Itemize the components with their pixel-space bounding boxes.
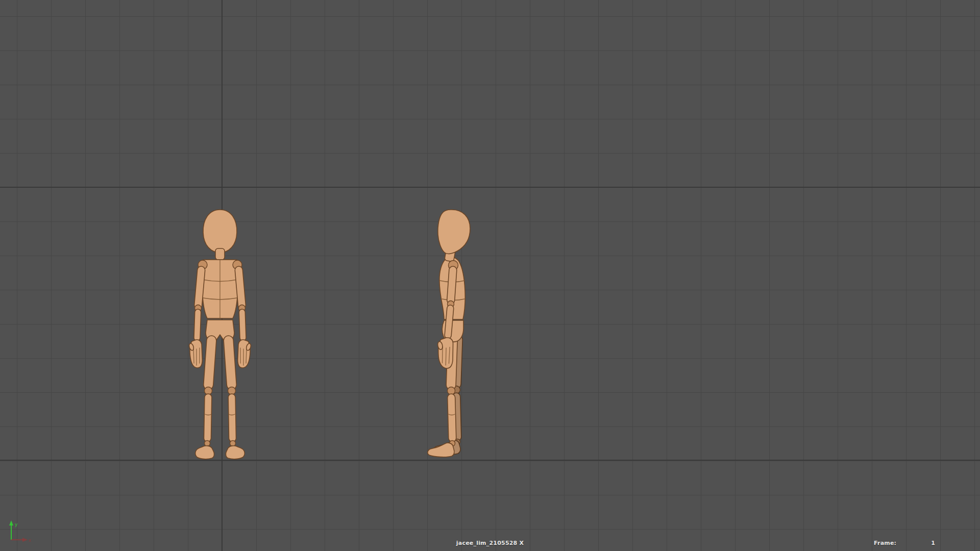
hud-frame: Frame: 1 (874, 540, 935, 546)
hud-frame-label: Frame: (874, 540, 896, 546)
mannequin-head (438, 210, 470, 254)
hud-frame-value: 1 (931, 540, 935, 546)
mannequin-foot (195, 446, 214, 459)
hud-object-name: jacee_lim_2105528 X (0, 540, 980, 546)
grid-ground-line (0, 460, 980, 461)
mannequin-neck (215, 248, 225, 260)
mannequin-head (203, 210, 237, 253)
y-axis-label: y (15, 522, 18, 527)
viewport[interactable]: y x jacee_lim_2105528 X Frame: 1 (0, 0, 980, 551)
y-axis-arrow-icon (9, 520, 13, 525)
mannequin-arm (188, 266, 205, 368)
mannequin-torso (201, 260, 239, 318)
mannequin-hand (188, 340, 202, 368)
grid-major-horizontal-line (0, 187, 980, 188)
grid (0, 0, 980, 551)
mannequin-front[interactable] (184, 208, 256, 463)
mannequin-side[interactable] (420, 208, 481, 463)
mannequin-hand (436, 337, 454, 369)
